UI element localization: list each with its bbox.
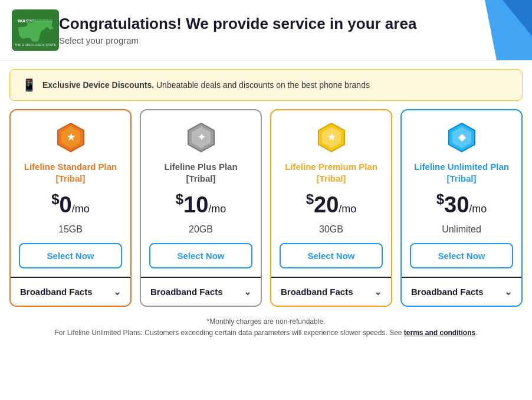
plans-grid: ★ Lifeline Standard Plan [Tribal] $0/mo … [0, 109, 532, 307]
plan-name-premium: Lifeline Premium Plan [Tribal] [280, 161, 383, 184]
header: WASHINGTON THE EVERGREEN STATE Congratul… [0, 0, 532, 61]
plan-body-unlimited: ◆ Lifeline Unlimited Plan [Tribal] $30/m… [402, 110, 521, 277]
plan-price-premium: $20/mo [306, 192, 357, 216]
footer-note-line2: For Lifeline Unlimited Plans: Customers … [9, 327, 523, 339]
select-button-standard[interactable]: Select Now [19, 243, 122, 268]
banner-icon: 📱 [22, 78, 37, 92]
plan-name-plus: Lifeline Plus Plan [Tribal] [149, 161, 252, 184]
plan-body-premium: ★ Lifeline Premium Plan [Tribal] $20/mo … [271, 110, 391, 277]
plan-data-standard: 15GB [58, 224, 83, 235]
broadband-facts-standard[interactable]: Broadband Facts ⌄ [11, 277, 130, 306]
state-logo: WASHINGTON THE EVERGREEN STATE [12, 9, 59, 51]
plan-price-unlimited: $30/mo [436, 192, 487, 216]
svg-text:★: ★ [327, 132, 336, 142]
svg-text:THE EVERGREEN STATE: THE EVERGREEN STATE [14, 43, 56, 47]
chevron-down-icon-standard: ⌄ [113, 286, 121, 297]
header-title: Congratulations! We provide service in y… [59, 15, 416, 33]
plan-icon-premium: ★ [315, 121, 348, 154]
plan-icon-standard: ★ [54, 121, 87, 154]
plan-price-plus: $10/mo [176, 192, 226, 216]
select-button-unlimited[interactable]: Select Now [410, 243, 513, 268]
broadband-facts-label-plus: Broadband Facts [150, 287, 223, 297]
plan-body-plus: ✦ Lifeline Plus Plan [Tribal] $10/mo 20G… [141, 110, 261, 277]
broadband-facts-plus[interactable]: Broadband Facts ⌄ [141, 277, 261, 306]
broadband-facts-label-premium: Broadband Facts [281, 287, 353, 297]
footer-note: *Monthly charges are non-refundable. For… [9, 316, 523, 339]
footer-note-line1: *Monthly charges are non-refundable. [9, 316, 523, 327]
broadband-facts-unlimited[interactable]: Broadband Facts ⌄ [402, 277, 521, 306]
plan-card-premium: ★ Lifeline Premium Plan [Tribal] $20/mo … [270, 109, 392, 307]
chevron-down-icon-plus: ⌄ [244, 286, 251, 297]
terms-link[interactable]: terms and conditions [404, 329, 475, 337]
plan-card-plus: ✦ Lifeline Plus Plan [Tribal] $10/mo 20G… [140, 109, 262, 307]
chevron-down-icon-unlimited: ⌄ [504, 286, 512, 297]
promo-banner: 📱 Exclusive Device Discounts. Unbeatable… [9, 69, 523, 101]
select-button-premium[interactable]: Select Now [280, 243, 383, 268]
svg-text:★: ★ [67, 132, 75, 142]
banner-text: Exclusive Device Discounts. Unbeatable d… [42, 80, 370, 90]
broadband-facts-label-unlimited: Broadband Facts [411, 287, 484, 297]
plan-data-plus: 20GB [189, 224, 213, 235]
plan-icon-unlimited: ◆ [445, 121, 478, 154]
broadband-facts-premium[interactable]: Broadband Facts ⌄ [271, 277, 391, 306]
plan-data-premium: 30GB [319, 224, 343, 235]
header-text: Congratulations! We provide service in y… [59, 15, 416, 45]
select-button-plus[interactable]: Select Now [149, 243, 252, 268]
plan-data-unlimited: Unlimited [442, 224, 481, 235]
plan-card-unlimited: ◆ Lifeline Unlimited Plan [Tribal] $30/m… [400, 109, 523, 307]
broadband-facts-label-standard: Broadband Facts [20, 287, 93, 297]
chevron-down-icon-premium: ⌄ [374, 286, 382, 297]
plan-icon-plus: ✦ [185, 121, 218, 154]
plan-body-standard: ★ Lifeline Standard Plan [Tribal] $0/mo … [11, 110, 130, 277]
plan-card-standard: ★ Lifeline Standard Plan [Tribal] $0/mo … [9, 109, 132, 307]
header-decoration [438, 0, 532, 60]
plan-name-unlimited: Lifeline Unlimited Plan [Tribal] [410, 161, 513, 184]
svg-text:◆: ◆ [458, 132, 467, 142]
svg-text:✦: ✦ [197, 132, 205, 142]
header-subtitle: Select your program [59, 35, 416, 45]
plan-price-standard: $0/mo [51, 192, 90, 216]
plan-name-standard: Lifeline Standard Plan [Tribal] [19, 161, 122, 184]
